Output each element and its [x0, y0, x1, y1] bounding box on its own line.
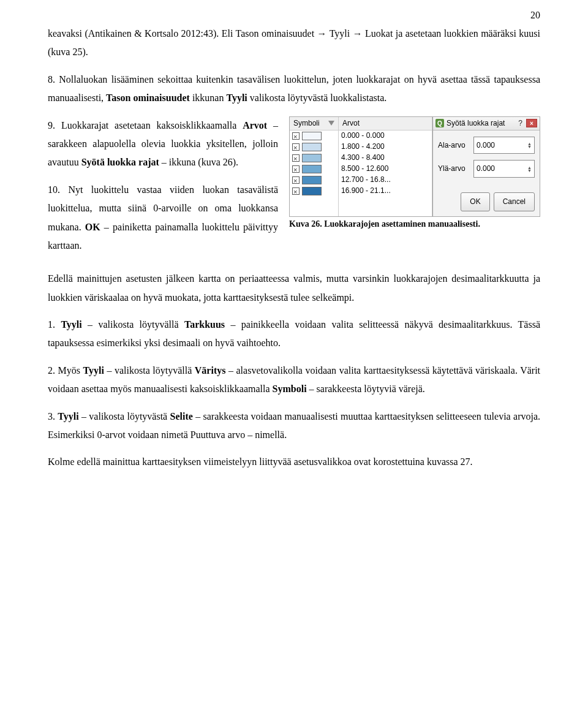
- field-label: Ylä-arvo: [438, 162, 470, 176]
- sort-icon: [328, 121, 334, 126]
- yla-arvo-input[interactable]: 0.000 ▲▼: [473, 160, 535, 178]
- text: ikkunan: [190, 93, 227, 103]
- text: 3.: [48, 411, 58, 422]
- text: – valikosta löytyvällä: [82, 319, 184, 330]
- figure-caption: Kuva 26. Luokkarajojen asettaminen manua…: [289, 218, 540, 230]
- close-icon[interactable]: ×: [526, 119, 537, 127]
- text-bold: Väritys: [195, 365, 226, 376]
- text-bold: Syötä luokka rajat: [81, 157, 159, 167]
- text-bold: Selite: [170, 411, 193, 422]
- input-value: 0.000: [477, 162, 495, 176]
- color-swatch[interactable]: [302, 132, 322, 140]
- ala-arvo-input[interactable]: 0.000 ▲▼: [473, 137, 535, 154]
- color-swatch[interactable]: [302, 176, 322, 184]
- checkbox-icon[interactable]: [292, 176, 300, 184]
- text-bold: Tyyli: [61, 319, 81, 330]
- symboli-row[interactable]: [290, 164, 338, 175]
- color-swatch[interactable]: [302, 165, 322, 173]
- spinner-icon[interactable]: ▲▼: [527, 166, 532, 172]
- column-arvot: Arvot 0.000 - 0.0001.800 - 4.2004.300 - …: [339, 117, 432, 216]
- color-swatch[interactable]: [302, 154, 322, 162]
- input-value: 0.000: [477, 138, 495, 153]
- text: – sarakkeesta löytyviä värejä.: [307, 384, 425, 394]
- arvot-row[interactable]: 16.900 - 21.1...: [339, 186, 432, 197]
- paragraph-summary: Edellä mainittujen asetusten jälkeen kar…: [48, 270, 540, 307]
- header-label: Arvot: [342, 116, 360, 130]
- popup-title-text: Syötä luokka rajat: [447, 116, 505, 130]
- text: valikosta löytyvästä luokkalistasta.: [247, 93, 387, 103]
- popup-titlebar: Q Syötä luokka rajat ? ×: [433, 117, 540, 130]
- page-number: 20: [530, 6, 540, 25]
- paragraph-7-cont: keavaksi (Antikainen & Kortsalo 2012:43)…: [48, 25, 540, 62]
- field-yla-arvo: Ylä-arvo 0.000 ▲▼: [438, 160, 535, 178]
- text-bold: Arvot: [243, 120, 267, 130]
- color-swatch[interactable]: [302, 143, 322, 151]
- checkbox-icon[interactable]: [292, 165, 300, 173]
- paragraph-8: 8. Nollaluokan lisääminen sekoittaa kuit…: [48, 70, 540, 108]
- field-label: Ala-arvo: [438, 138, 470, 153]
- spinner-icon[interactable]: ▲▼: [527, 142, 532, 148]
- text-bold: Tyyli: [226, 93, 247, 103]
- app-icon: Q: [435, 119, 444, 127]
- text-bold: OK: [85, 222, 100, 232]
- ok-button[interactable]: OK: [461, 192, 489, 211]
- column-header-symboli[interactable]: Symboli: [290, 117, 338, 130]
- text-bold: Tarkkuus: [184, 319, 225, 330]
- text-bold: Tyyli: [58, 411, 78, 422]
- paragraph-step3: 3. Tyyli – valikosta löytyvästä Selite –…: [48, 407, 540, 445]
- help-icon[interactable]: ?: [518, 116, 522, 130]
- symboli-row[interactable]: [290, 130, 338, 142]
- symboli-row[interactable]: [290, 153, 338, 164]
- text: 2. Myös: [48, 365, 83, 376]
- dialog-screenshot: Symboli Arvot 0.000 - 0.0001.800 - 4.200…: [289, 116, 540, 217]
- header-label: Symboli: [293, 116, 320, 130]
- symboli-row[interactable]: [290, 175, 338, 186]
- field-ala-arvo: Ala-arvo 0.000 ▲▼: [438, 137, 535, 154]
- cancel-button[interactable]: Cancel: [494, 192, 535, 211]
- text: 9. Luokkarajat asetetaan kaksoisklikkaam…: [48, 120, 243, 130]
- color-swatch[interactable]: [302, 187, 322, 195]
- checkbox-icon[interactable]: [292, 132, 300, 140]
- text: – valikosta löytyvällä: [104, 365, 195, 376]
- figure-26: Symboli Arvot 0.000 - 0.0001.800 - 4.200…: [289, 116, 540, 230]
- checkbox-icon[interactable]: [292, 143, 300, 151]
- checkbox-icon[interactable]: [292, 187, 300, 195]
- text-bold: Symboli: [273, 384, 307, 394]
- checkbox-icon[interactable]: [292, 154, 300, 162]
- text-bold: Tyyli: [83, 365, 104, 376]
- text: 1.: [48, 319, 61, 330]
- paragraph-step2: 2. Myös Tyyli – valikosta löytyvällä Vär…: [48, 361, 540, 399]
- text: – valikosta löytyvästä: [79, 411, 170, 422]
- text: – ikkuna (kuva 26).: [159, 157, 238, 167]
- symboli-row[interactable]: [290, 142, 338, 153]
- symboli-row[interactable]: [290, 186, 338, 197]
- text-bold: Tason ominaisuudet: [106, 93, 190, 103]
- paragraph-closing: Kolme edellä mainittua karttaesityksen v…: [48, 453, 540, 471]
- popup-enter-class-limits: Q Syötä luokka rajat ? × Ala-arvo: [432, 117, 540, 216]
- column-symboli: Symboli: [290, 117, 339, 216]
- paragraph-step1: 1. Tyyli – valikosta löytyvällä Tarkkuus…: [48, 316, 540, 353]
